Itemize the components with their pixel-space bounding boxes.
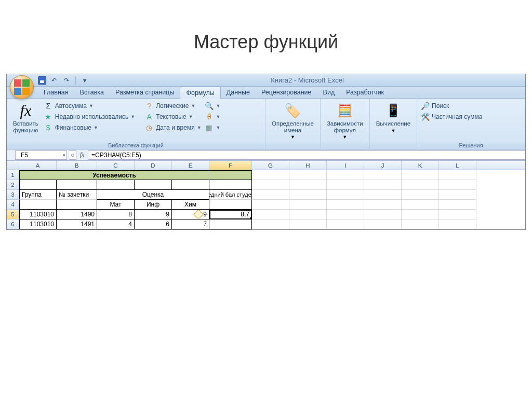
cell-A4[interactable] — [19, 200, 57, 210]
cell-D5[interactable]: 9 — [135, 210, 172, 219]
tab-data[interactable]: Данные — [221, 87, 256, 98]
row-header-3[interactable]: 3 — [7, 190, 19, 200]
cell-F1[interactable] — [209, 170, 252, 180]
cell-I2[interactable] — [327, 180, 364, 190]
lookup-button[interactable]: 🔍 ▼ — [205, 101, 221, 111]
recent-functions-button[interactable]: ★ Недавно использовались ▼ — [44, 112, 135, 122]
cell-K6[interactable] — [402, 219, 439, 229]
cell-F6[interactable] — [209, 219, 252, 229]
cell-J3[interactable] — [364, 190, 402, 200]
cell-D6[interactable]: 6 — [135, 219, 172, 229]
cell-H4[interactable] — [289, 200, 327, 210]
cell-B3[interactable]: № зачетки — [57, 190, 97, 200]
cell-H6[interactable] — [289, 219, 327, 229]
cell-J6[interactable] — [364, 219, 402, 229]
cell-F4[interactable] — [209, 200, 252, 210]
calculation-button[interactable]: 📱 Вычисление ▼ — [373, 101, 414, 134]
cell-K5[interactable] — [402, 210, 439, 219]
row-header-5[interactable]: 5 — [7, 210, 19, 219]
cell-B4[interactable] — [57, 200, 97, 210]
tab-page-layout[interactable]: Разметка страницы — [110, 87, 180, 98]
trace-dependents-button[interactable]: 🧮 Зависимости формул ▼ — [324, 101, 366, 141]
cell-A6[interactable]: 1103010 — [19, 219, 57, 229]
redo-icon[interactable]: ↷ — [62, 76, 71, 85]
cell-C3-merged[interactable]: Оценка — [97, 190, 209, 200]
cell-H1[interactable] — [289, 170, 327, 180]
fx-button[interactable]: fx — [76, 151, 88, 159]
search-button[interactable]: 🔎 Поиск — [420, 101, 482, 111]
col-header-J[interactable]: J — [364, 161, 402, 170]
col-header-L[interactable]: L — [439, 161, 476, 170]
cell-B2[interactable] — [57, 180, 97, 190]
cell-A2[interactable] — [19, 180, 57, 190]
cell-E6[interactable]: 7 — [172, 219, 209, 229]
cell-C6[interactable]: 4 — [97, 219, 135, 229]
row-header-4[interactable]: 4 — [7, 200, 19, 210]
col-header-C[interactable]: C — [97, 161, 135, 170]
cell-I3[interactable] — [327, 190, 364, 200]
cell-E5[interactable]: 9 — [172, 210, 209, 219]
undo-icon[interactable]: ↶ — [49, 76, 59, 85]
cell-I5[interactable] — [327, 210, 364, 219]
save-icon[interactable] — [38, 76, 46, 85]
tab-insert[interactable]: Вставка — [74, 87, 110, 98]
more-functions-button[interactable]: ▦ ▼ — [205, 122, 221, 133]
namebox-expand[interactable] — [69, 150, 76, 160]
cell-H2[interactable] — [289, 180, 327, 190]
qat-customize-icon[interactable]: ▾ — [80, 76, 89, 85]
formula-input[interactable]: =СРЗНАЧ(C5:E5) — [88, 150, 525, 160]
cell-E4[interactable]: Хим — [172, 200, 209, 210]
row-header-2[interactable]: 2 — [7, 180, 19, 190]
col-header-A[interactable]: A — [19, 161, 57, 170]
cell-L3[interactable] — [439, 190, 476, 200]
cell-L2[interactable] — [439, 180, 476, 190]
name-box[interactable]: F5 — [15, 150, 67, 160]
datetime-button[interactable]: ◷ Дата и время ▼ — [144, 122, 201, 133]
col-header-G[interactable]: G — [252, 161, 289, 170]
cell-J1[interactable] — [364, 170, 402, 180]
cell-F5[interactable]: 8,7 — [209, 210, 252, 219]
col-header-H[interactable]: H — [289, 161, 327, 170]
logical-button[interactable]: ? Логические ▼ — [144, 101, 201, 111]
cell-K1[interactable] — [402, 170, 439, 180]
office-button[interactable] — [10, 75, 34, 99]
autosum-button[interactable]: Σ Автосумма ▼ — [44, 101, 135, 111]
cell-K3[interactable] — [402, 190, 439, 200]
cell-K2[interactable] — [402, 180, 439, 190]
col-header-I[interactable]: I — [327, 161, 364, 170]
cell-F3[interactable]: Средний бал студента — [209, 190, 252, 200]
cell-G3[interactable] — [252, 190, 289, 200]
financial-button[interactable]: $ Финансовые ▼ — [44, 122, 135, 133]
cell-B5[interactable]: 1490 — [57, 210, 97, 219]
cell-L5[interactable] — [439, 210, 476, 219]
cell-D2[interactable] — [135, 180, 172, 190]
tab-home[interactable]: Главная — [38, 87, 74, 98]
cell-G4[interactable] — [252, 200, 289, 210]
cell-A5[interactable]: 1103010 — [19, 210, 57, 219]
cell-E2[interactable] — [172, 180, 209, 190]
cell-G6[interactable] — [252, 219, 289, 229]
col-header-K[interactable]: K — [402, 161, 439, 170]
cell-J4[interactable] — [364, 200, 402, 210]
col-header-F[interactable]: F — [209, 161, 252, 170]
cell-A1-merged[interactable]: Успеваемость — [19, 170, 209, 180]
cell-I1[interactable] — [327, 170, 364, 180]
cell-G2[interactable] — [252, 180, 289, 190]
partial-sum-button[interactable]: 🛠️ Частичная сумма — [420, 112, 482, 122]
cell-H5[interactable] — [289, 210, 327, 219]
cell-L6[interactable] — [439, 219, 476, 229]
text-button[interactable]: A Текстовые ▼ — [144, 112, 201, 122]
cell-A3[interactable]: Группа — [19, 190, 57, 200]
cell-D4[interactable]: Инф — [135, 200, 172, 210]
cell-J2[interactable] — [364, 180, 402, 190]
cell-L4[interactable] — [439, 200, 476, 210]
cell-L1[interactable] — [439, 170, 476, 180]
cell-B6[interactable]: 1491 — [57, 219, 97, 229]
cell-H3[interactable] — [289, 190, 327, 200]
cell-C5[interactable]: 8 — [97, 210, 135, 219]
smart-tag-icon[interactable] — [193, 210, 204, 219]
cell-G1[interactable] — [252, 170, 289, 180]
col-header-B[interactable]: B — [57, 161, 97, 170]
tab-review[interactable]: Рецензирование — [256, 87, 317, 98]
tab-formulas[interactable]: Формулы — [180, 87, 220, 99]
